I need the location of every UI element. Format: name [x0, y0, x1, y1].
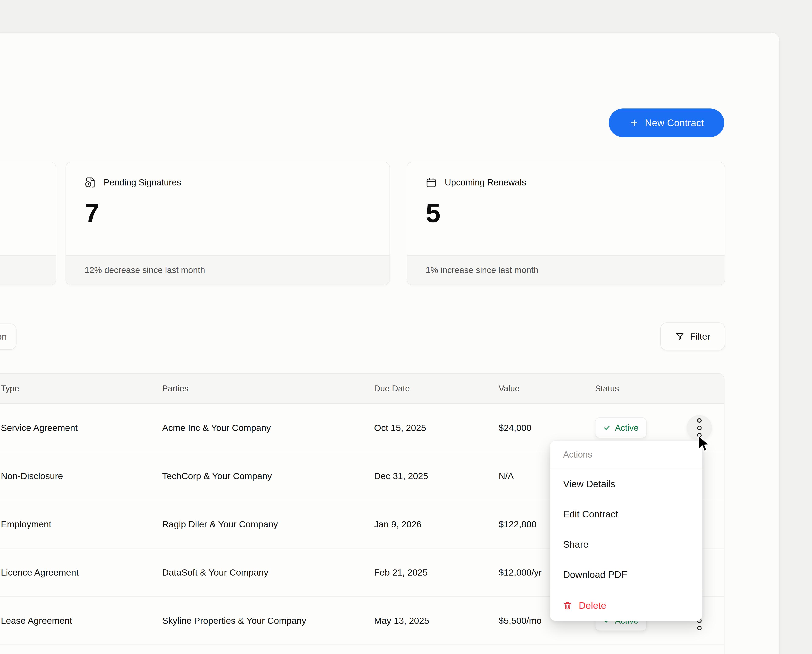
menu-item-delete-label: Delete [579, 600, 606, 611]
stat-card-footer: 1% increase since last month [407, 255, 725, 285]
filter-button[interactable]: Filter [661, 322, 725, 350]
stat-card-upcoming-renewals: Upcoming Renewals 5 1% increase since la… [407, 162, 725, 285]
cell-parties: Ragip Diler & Your Company [162, 519, 278, 529]
stat-card-title: Pending Signatures [104, 177, 181, 188]
stat-card-value: 7 [84, 198, 99, 228]
column-header-status: Status [595, 374, 619, 403]
cell-value: $12,000/yr [499, 567, 541, 578]
menu-item-download-pdf[interactable]: Download PDF [550, 559, 702, 590]
funnel-icon [675, 332, 685, 341]
cell-due-date: May 13, 2025 [374, 616, 429, 626]
cell-type: Licence Agreement [1, 567, 79, 578]
calendar-icon [426, 177, 437, 188]
trash-icon [563, 601, 572, 610]
clipped-toolbar-button-label: on [0, 332, 7, 342]
cell-value: $24,000 [499, 423, 531, 433]
stat-card-value: 5 [426, 198, 440, 228]
column-header-due-date: Due Date [374, 374, 410, 403]
cell-value: $122,800 [499, 519, 537, 529]
cell-parties: Skyline Properties & Your Company [162, 616, 306, 626]
status-badge: Active [595, 417, 647, 438]
column-header-value: Value [499, 374, 520, 403]
stat-card-footer: 12% decrease since last month [66, 255, 390, 285]
menu-item-delete[interactable]: Delete [550, 590, 702, 621]
cell-type: Non-Disclosure [1, 471, 63, 481]
row-actions-kebab-icon[interactable] [687, 415, 712, 440]
stat-card-footer [0, 255, 56, 285]
cell-type: Employment [1, 519, 51, 529]
check-icon [603, 424, 611, 432]
new-contract-button[interactable]: New Contract [609, 108, 724, 137]
cell-due-date: Feb 21, 2025 [374, 567, 428, 578]
table-header-row: Type Parties Due Date Value Status [0, 374, 724, 404]
stat-card-title: Upcoming Renewals [445, 177, 526, 188]
stat-card-clipped [0, 162, 56, 285]
plus-icon [629, 118, 639, 128]
file-clock-icon [84, 177, 96, 188]
cell-due-date: Jan 9, 2026 [374, 519, 422, 529]
cell-parties: Acme Inc & Your Company [162, 423, 271, 433]
menu-item-view-details[interactable]: View Details [550, 469, 702, 499]
cell-value: $5,500/mo [499, 616, 541, 626]
cell-parties: DataSoft & Your Company [162, 567, 268, 578]
actions-menu-header: Actions [550, 441, 702, 469]
filter-button-label: Filter [690, 332, 710, 342]
cell-value: N/A [499, 471, 514, 481]
column-header-type: Type [1, 374, 19, 403]
status-badge-label: Active [615, 423, 639, 433]
row-actions-menu: Actions View Details Edit Contract Share… [550, 440, 702, 621]
new-contract-label: New Contract [645, 117, 704, 128]
menu-item-share[interactable]: Share [550, 529, 702, 560]
cell-due-date: Dec 31, 2025 [374, 471, 428, 481]
column-header-parties: Parties [162, 374, 189, 403]
menu-item-edit-contract[interactable]: Edit Contract [550, 499, 702, 529]
cell-type: Service Agreement [1, 423, 78, 433]
cell-due-date: Oct 15, 2025 [374, 423, 426, 433]
cell-type: Lease Agreement [1, 616, 72, 626]
cell-parties: TechCorp & Your Company [162, 471, 272, 481]
stat-card-pending-signatures: Pending Signatures 7 12% decrease since … [66, 162, 390, 285]
clipped-toolbar-button[interactable]: on [0, 324, 17, 350]
